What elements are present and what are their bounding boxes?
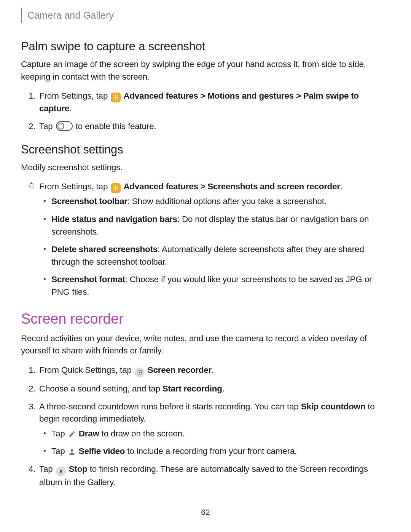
text: to enable this feature. [73, 121, 156, 131]
text: Choose a sound setting, and tap [39, 384, 162, 393]
text: Tap [39, 121, 55, 131]
list-item: Hide status and navigation bars: Do not … [51, 213, 390, 238]
svg-rect-5 [60, 470, 62, 473]
label: Stop [69, 464, 88, 474]
pencil-icon [68, 430, 76, 438]
paragraph: Capture an image of the screen by swipin… [21, 58, 390, 83]
text: to include a recording from your front c… [125, 446, 297, 456]
text: . [222, 384, 225, 393]
text: A three-second countdown runs before it … [39, 402, 301, 411]
step: From Settings, tap Advanced features > M… [39, 90, 390, 115]
advanced-features-icon [111, 183, 121, 193]
heading-screenshot-settings: Screenshot settings [21, 141, 390, 158]
bullet-list: Tap Draw to draw on the screen. Tap Self… [39, 428, 390, 458]
circle-list: From Settings, tap Advanced features > S… [21, 181, 390, 298]
step: From Quick Settings, tap Screen recorder… [39, 364, 390, 377]
text: to finish recording. These are automatic… [39, 464, 368, 487]
person-icon [68, 447, 76, 456]
list-item: Tap Draw to draw on the screen. [51, 428, 390, 440]
term: Hide status and navigation bars [51, 214, 177, 224]
paragraph: Record activities on your device, write … [21, 332, 390, 357]
svg-point-4 [70, 449, 73, 452]
text: . [340, 182, 342, 191]
paragraph: Modify screenshot settings. [21, 161, 390, 174]
nav-path: Advanced features > Screenshots and scre… [121, 182, 340, 191]
label: Selfie video [79, 446, 125, 456]
screen-recorder-icon [135, 367, 145, 377]
svg-point-3 [139, 372, 140, 373]
term: Delete shared screenshots [51, 244, 158, 254]
ordered-steps: From Quick Settings, tap Screen recorder… [21, 364, 390, 489]
bullet-list: Screenshot toolbar: Show additional opti… [39, 195, 390, 298]
text: From Settings, tap [39, 182, 110, 191]
list-item: Screenshot format: Choose if you would l… [51, 273, 390, 298]
list-item: Delete shared screenshots: Automatically… [51, 243, 390, 268]
text: Tap [39, 464, 55, 474]
label: Draw [79, 429, 99, 438]
text: . [69, 104, 72, 113]
text: Tap [51, 429, 67, 438]
stop-icon [56, 466, 66, 476]
list-item: Tap Selfie video to include a recording … [51, 445, 390, 458]
step: A three-second countdown runs before it … [39, 401, 390, 458]
desc: : Show additional options after you take… [127, 197, 327, 206]
label: Skip countdown [301, 402, 366, 411]
step: Tap to enable this feature. [39, 120, 390, 133]
heading-palm-swipe: Palm swipe to capture a screenshot [21, 38, 390, 55]
heading-screen-recorder: Screen recorder [21, 308, 390, 329]
advanced-features-icon [111, 93, 121, 102]
step: Choose a sound setting, and tap Start re… [39, 383, 390, 395]
svg-point-1 [115, 187, 117, 189]
text: Tap [51, 446, 67, 456]
text: From Quick Settings, tap [39, 365, 134, 375]
text: . [212, 365, 214, 375]
page-number: 62 [0, 508, 411, 517]
list-item: From Settings, tap Advanced features > S… [39, 181, 390, 298]
text: to draw on the screen. [99, 429, 185, 438]
ordered-steps: From Settings, tap Advanced features > M… [21, 90, 390, 133]
label: Screen recorder [145, 365, 212, 375]
svg-point-0 [115, 97, 117, 99]
text: From Settings, tap [39, 91, 110, 101]
step: Tap Stop to finish recording. These are … [39, 463, 390, 489]
breadcrumb: Camera and Gallery [21, 8, 390, 23]
toggle-icon [56, 121, 73, 131]
term: Screenshot format [51, 275, 125, 284]
manual-page: Camera and Gallery Palm swipe to capture… [0, 0, 411, 489]
term: Screenshot toolbar [51, 197, 127, 206]
list-item: Screenshot toolbar: Show additional opti… [51, 195, 390, 208]
label: Start recording [162, 384, 222, 393]
